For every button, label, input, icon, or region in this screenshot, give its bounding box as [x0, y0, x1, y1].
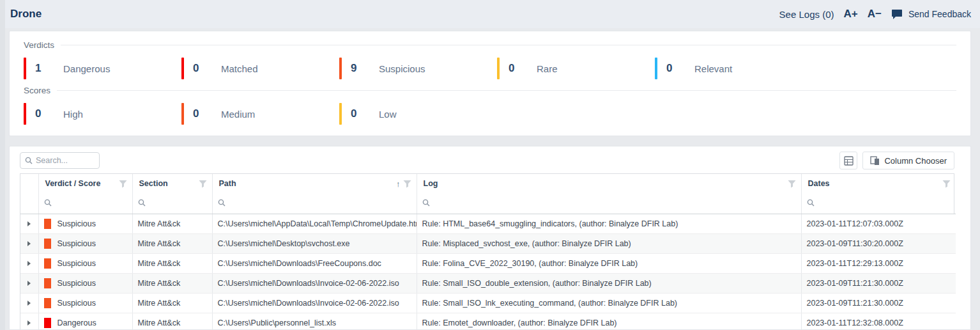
search-input[interactable]	[36, 156, 95, 165]
table-row[interactable]: Suspicious Mitre Att&ck C:\Users\michel\…	[20, 253, 956, 273]
filter-funnel-icon[interactable]	[788, 180, 796, 188]
send-feedback-button[interactable]: Send Feedback	[891, 9, 971, 19]
scores-label: Scores	[24, 86, 50, 95]
dates-cell: 2023-01-09T11:30:20.000Z	[801, 233, 956, 253]
dates-cell: 2023-01-11T12:29:13.000Z	[801, 253, 956, 273]
stat-label: Dangerous	[63, 63, 110, 74]
column-header-dates[interactable]: Dates	[801, 174, 956, 193]
filter-funnel-icon[interactable]	[942, 180, 951, 188]
column-chooser-label: Column Chooser	[884, 156, 947, 166]
column-header-verdict[interactable]: Verdict / Score	[38, 174, 132, 193]
column-header-log[interactable]: Log	[417, 174, 801, 193]
section-cell: Mitre Att&ck	[132, 253, 212, 273]
search-box[interactable]	[20, 152, 100, 169]
expand-cell[interactable]	[20, 293, 38, 313]
toolbar-right: Column Chooser	[839, 152, 954, 169]
verdict-label: Dangerous	[57, 318, 96, 327]
font-increase-button[interactable]: A+	[843, 8, 857, 20]
verdict-badge	[44, 219, 51, 229]
stat-item: 0 Matched	[181, 58, 339, 79]
font-decrease-button[interactable]: A−	[868, 8, 882, 20]
export-button[interactable]	[839, 152, 857, 169]
filter-cell-path[interactable]	[212, 193, 417, 214]
stat-label: Rare	[537, 63, 558, 74]
scores-divider	[57, 90, 956, 91]
path-cell: C:\Users\michel\Downloads\Invoice-02-06-…	[212, 273, 417, 293]
row-expand-icon[interactable]	[27, 320, 31, 326]
path-cell: C:\Users\michel\Downloads\FreeCoupons.do…	[212, 253, 417, 273]
stat-count: 1	[35, 62, 63, 75]
row-expand-icon[interactable]	[27, 221, 31, 226]
see-logs-link[interactable]: See Logs (0)	[779, 9, 834, 20]
filter-cell-dates[interactable]	[801, 193, 956, 214]
table-row[interactable]: Suspicious Mitre Att&ck C:\Users\michel\…	[20, 214, 956, 233]
stat-color-bar	[181, 103, 184, 125]
table-row[interactable]: Suspicious Mitre Att&ck C:\Users\michel\…	[20, 233, 956, 253]
filter-cell-section[interactable]	[132, 193, 212, 214]
verdict-label: Suspicious	[57, 279, 96, 288]
stat-label: Suspicious	[379, 63, 425, 74]
expand-cell[interactable]	[20, 253, 38, 273]
grid-header: Verdict / Score Section	[20, 174, 956, 214]
section-cell: Mitre Att&ck	[132, 233, 212, 253]
filter-cell-log[interactable]	[417, 193, 801, 214]
verdict-badge	[44, 239, 51, 249]
expand-cell[interactable]	[20, 233, 38, 253]
filter-funnel-icon[interactable]	[199, 180, 207, 188]
stat-label: Low	[379, 109, 397, 120]
row-expand-icon[interactable]	[27, 281, 31, 286]
stat-item: 0 Low	[339, 103, 497, 125]
table-row[interactable]: Suspicious Mitre Att&ck C:\Users\michel\…	[20, 273, 956, 293]
column-label-log: Log	[424, 179, 438, 188]
column-header-path[interactable]: Path ↑	[212, 174, 417, 193]
verdict-badge	[44, 258, 51, 269]
stat-label: Relevant	[694, 63, 732, 74]
stat-color-bar	[181, 58, 184, 79]
column-label-dates: Dates	[808, 179, 830, 188]
log-cell: Rule: Misplaced_svchost_exe, (author: Bi…	[417, 233, 801, 253]
stat-color-bar	[655, 58, 657, 79]
filter-funnel-icon[interactable]	[119, 180, 127, 188]
main-content: Verdicts 1 Dangerous 0 Matched 9 Suspici…	[5, 28, 980, 330]
filter-cell-verdict[interactable]	[38, 193, 132, 214]
stat-item: 0 Relevant	[655, 58, 813, 79]
column-header-section[interactable]: Section	[132, 174, 212, 193]
table-toolbar: Column Chooser	[10, 146, 970, 173]
verdict-cell: Suspicious	[38, 293, 132, 313]
column-label-path: Path	[219, 179, 236, 188]
stat-item: 9 Suspicious	[339, 58, 497, 79]
stat-count: 0	[35, 107, 63, 120]
stat-color-bar	[24, 58, 26, 79]
verdict-label: Suspicious	[57, 219, 96, 228]
grid-body: Suspicious Mitre Att&ck C:\Users\michel\…	[20, 214, 956, 330]
search-icon	[25, 157, 33, 164]
log-cell: Rule: Small_ISO_lnk_executing_command, (…	[417, 293, 801, 313]
table-row[interactable]: Suspicious Mitre Att&ck C:\Users\michel\…	[20, 293, 956, 313]
send-feedback-label: Send Feedback	[908, 9, 971, 19]
verdict-cell: Suspicious	[38, 273, 132, 293]
log-cell: Rule: Folina_CVE_2022_30190, (author: Bi…	[417, 253, 801, 273]
verdicts-row: 1 Dangerous 0 Matched 9 Suspicious 0 Rar…	[24, 58, 956, 79]
expand-cell[interactable]	[20, 313, 38, 330]
findings-grid: Verdict / Score Section	[20, 173, 954, 330]
row-expand-icon[interactable]	[27, 261, 31, 266]
feedback-bubble-icon	[891, 9, 903, 19]
expand-cell[interactable]	[20, 273, 38, 293]
row-expand-icon[interactable]	[27, 241, 31, 246]
stat-color-bar	[339, 103, 342, 125]
expand-cell[interactable]	[20, 214, 38, 233]
filter-funnel-icon[interactable]	[403, 180, 411, 188]
table-row[interactable]: Dangerous Mitre Att&ck C:\Users\Public\p…	[20, 313, 956, 330]
row-expand-icon[interactable]	[27, 301, 31, 306]
stat-item: 0 High	[24, 103, 181, 125]
filter-row	[20, 193, 956, 214]
sort-ascending-icon[interactable]: ↑	[396, 179, 401, 189]
verdict-cell: Suspicious	[38, 253, 132, 273]
dates-cell: 2023-01-11T12:32:08.000Z	[801, 313, 956, 330]
header-actions: See Logs (0) A+ A− Send Feedback	[779, 8, 971, 20]
column-chooser-button[interactable]: Column Chooser	[862, 152, 954, 169]
stat-label: Medium	[221, 109, 255, 120]
dates-cell: 2023-01-09T11:21:30.000Z	[801, 273, 956, 293]
verdict-label: Suspicious	[57, 259, 96, 268]
stat-label: High	[63, 109, 83, 120]
